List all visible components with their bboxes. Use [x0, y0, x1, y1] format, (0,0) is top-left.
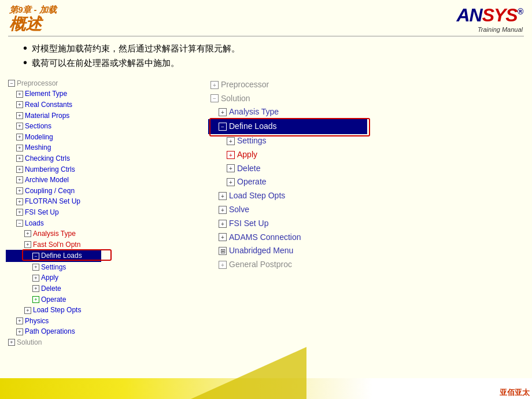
tree-item-settings-left[interactable]: + Settings	[6, 262, 197, 273]
right-expand-delete-icon[interactable]: +	[227, 164, 235, 172]
tree-item-flotran[interactable]: + FLOTRAN Set Up	[6, 196, 197, 207]
expand-material-props-icon[interactable]: +	[16, 112, 23, 119]
expand-operate-left-icon[interactable]: +	[32, 296, 39, 303]
tree-item-meshing[interactable]: + Meshing	[6, 142, 197, 153]
right-tree-delete[interactable]: + Delete	[208, 162, 526, 176]
right-expand-analysis-icon[interactable]: +	[219, 108, 227, 116]
ansys-logo: ANSYS®	[456, 5, 523, 26]
tree-item-operate-left[interactable]: + Operate	[6, 294, 197, 305]
expand-loads-icon[interactable]: −	[16, 220, 23, 227]
expand-coupling-icon[interactable]: +	[16, 187, 23, 194]
expand-flotran-icon[interactable]: +	[16, 198, 23, 205]
tree-item-modeling[interactable]: + Modeling	[6, 132, 197, 143]
right-expand-solution-icon[interactable]: −	[210, 94, 219, 102]
expand-sections-icon[interactable]: +	[16, 123, 23, 130]
right-tree-preprocessor[interactable]: + Preprocessor	[208, 78, 526, 92]
expand-element-type-icon[interactable]: +	[16, 91, 23, 98]
tree-item-checking-ctrls[interactable]: + Checking Ctrls	[6, 153, 197, 164]
right-tree-apply[interactable]: + Apply	[208, 148, 526, 162]
right-expand-apply-icon[interactable]: +	[227, 151, 235, 159]
tree-item-real-constants[interactable]: + Real Constants	[6, 99, 197, 110]
right-tree-fsi-setup[interactable]: + FSI Set Up	[208, 217, 526, 231]
header-divider	[8, 36, 524, 36]
right-label-load-step-opts: Load Step Opts	[229, 189, 285, 203]
expand-load-step-left-icon[interactable]: +	[24, 307, 31, 314]
tree-item-archive-model[interactable]: + Archive Model	[6, 175, 197, 186]
right-label-preprocessor: Preprocessor	[221, 78, 269, 92]
tree-item-apply-left[interactable]: + Apply	[6, 272, 197, 283]
right-tree-settings[interactable]: + Settings	[208, 134, 526, 148]
right-expand-general-icon[interactable]: +	[219, 261, 227, 269]
right-expand-preprocessor-icon[interactable]: +	[210, 81, 219, 89]
right-expand-settings-icon[interactable]: +	[227, 137, 235, 145]
tree-item-element-type[interactable]: + Element Type	[6, 88, 197, 99]
bullet-dot-2: •	[23, 57, 27, 68]
tree-label-apply-left: Apply	[41, 272, 58, 283]
expand-modeling-icon[interactable]: +	[16, 134, 23, 141]
right-expand-operate-icon[interactable]: +	[227, 178, 235, 186]
tree-item-load-step-opts-left[interactable]: + Load Step Opts	[6, 305, 197, 316]
right-tree-adams[interactable]: + ADAMS Connection	[208, 231, 526, 245]
page-title: 概述	[9, 16, 57, 34]
tree-item-fast-soln[interactable]: + Fast Sol'n Optn	[6, 239, 197, 250]
tree-item-material-props[interactable]: + Material Props	[6, 110, 197, 121]
right-tree-define-loads[interactable]: − Define Loads	[208, 119, 367, 134]
right-expand-unabridged-icon[interactable]: ⊞	[219, 247, 227, 255]
right-expand-define-loads-icon[interactable]: −	[219, 123, 227, 131]
expand-preprocessor-icon[interactable]: −	[8, 80, 15, 87]
expand-delete-left-icon[interactable]: +	[32, 285, 39, 292]
tree-label-element-type: Element Type	[25, 88, 67, 99]
right-tree-operate[interactable]: + Operate	[208, 175, 526, 189]
tree-label-archive-model: Archive Model	[25, 175, 69, 186]
expand-fast-soln-icon[interactable]: +	[24, 241, 31, 248]
right-expand-adams-icon[interactable]: +	[219, 233, 227, 241]
title-area: 第9章 - 加载 概述	[9, 5, 57, 34]
right-tree-solution[interactable]: − Solution	[208, 92, 526, 106]
right-label-unabridged: Unabridged Menu	[229, 244, 293, 258]
tree-item-delete-left[interactable]: + Delete	[6, 283, 197, 294]
right-expand-fsi-icon[interactable]: +	[219, 220, 227, 228]
tree-label-loads: Loads	[25, 218, 44, 229]
expand-analysis-left-icon[interactable]: +	[24, 230, 31, 237]
tree-item-preprocessor[interactable]: − Preprocessor	[6, 78, 197, 89]
expand-apply-left-icon[interactable]: +	[32, 275, 39, 282]
right-tree-general-postproc[interactable]: + General Postproc	[208, 258, 526, 272]
right-tree: + Preprocessor − Solution + Analysis Typ…	[208, 76, 526, 330]
tree-item-physics-left[interactable]: + Physics	[6, 316, 197, 327]
bullet-item-1: • 对模型施加载荷约束，然后通过求解器计算有限元解。	[23, 43, 518, 54]
right-label-analysis-type: Analysis Type	[229, 105, 279, 119]
right-tree-load-step-opts[interactable]: + Load Step Opts	[208, 189, 526, 203]
expand-settings-left-icon[interactable]: +	[32, 264, 39, 271]
expand-physics-icon[interactable]: +	[16, 317, 23, 324]
company-logo-area: 亚佰亚太	[500, 387, 530, 398]
expand-archive-icon[interactable]: +	[16, 176, 23, 183]
expand-define-loads-left-icon[interactable]: −	[32, 253, 39, 260]
tree-item-numbering-ctrls[interactable]: + Numbering Ctrls	[6, 164, 197, 175]
bullet-item-2: • 载荷可以在前处理器或求解器中施加。	[23, 58, 518, 69]
right-tree-analysis-type[interactable]: + Analysis Type	[208, 105, 526, 119]
define-loads-left-container: − Define Loads	[6, 250, 197, 262]
expand-solution-left-icon[interactable]: +	[8, 339, 15, 346]
expand-path-ops-icon[interactable]: +	[16, 328, 23, 335]
expand-real-constants-icon[interactable]: +	[16, 101, 23, 108]
tree-item-analysis-type-left[interactable]: + Analysis Type	[6, 228, 197, 239]
define-loads-right-container: − Define Loads	[208, 119, 526, 134]
right-expand-solve-icon[interactable]: +	[219, 206, 227, 214]
expand-checking-icon[interactable]: +	[16, 155, 23, 162]
tree-item-loads[interactable]: − Loads	[6, 218, 197, 229]
tree-item-path-ops[interactable]: + Path Operations	[6, 326, 197, 337]
right-label-define-loads: Define Loads	[229, 120, 277, 134]
tree-item-sections[interactable]: + Sections	[6, 121, 197, 132]
tree-item-coupling[interactable]: + Coupling / Ceqn	[6, 186, 197, 197]
expand-meshing-icon[interactable]: +	[16, 145, 23, 152]
right-tree-solve[interactable]: + Solve	[208, 203, 526, 217]
tree-item-solution-left[interactable]: + Solution	[6, 337, 197, 348]
tree-item-define-loads-left[interactable]: − Define Loads	[6, 250, 101, 262]
right-expand-load-step-icon[interactable]: +	[219, 192, 227, 200]
expand-numbering-icon[interactable]: +	[16, 166, 23, 173]
right-tree-unabridged[interactable]: ⊞ Unabridged Menu	[208, 244, 526, 258]
tree-item-fsi-setup-left[interactable]: + FSI Set Up	[6, 207, 197, 218]
expand-fsi-left-icon[interactable]: +	[16, 209, 23, 216]
yellow-triangle	[191, 347, 306, 399]
chapter-label: 第9章 - 加载	[9, 5, 57, 16]
